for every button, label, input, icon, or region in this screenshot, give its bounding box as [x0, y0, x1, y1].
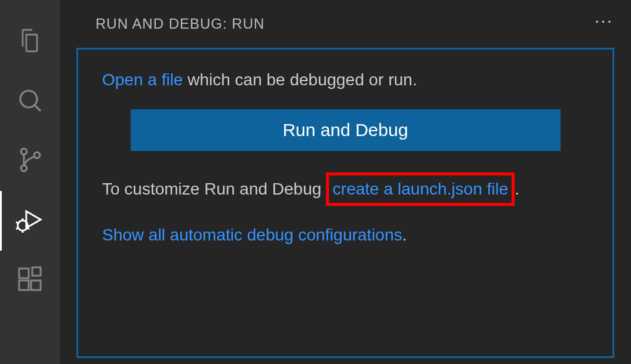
open-file-link[interactable]: Open a file [102, 70, 183, 89]
svg-rect-15 [32, 267, 41, 276]
svg-point-0 [20, 91, 37, 107]
activity-bar [0, 0, 60, 364]
svg-point-4 [34, 152, 40, 158]
customize-period: . [515, 180, 519, 198]
open-file-tail: which can be debugged or run. [183, 70, 417, 89]
run-and-debug-icon [16, 205, 44, 236]
svg-line-1 [35, 105, 41, 111]
svg-line-10 [16, 228, 18, 229]
svg-rect-12 [19, 269, 29, 278]
show-all-period: . [402, 226, 407, 244]
show-all-configs-link[interactable]: Show all automatic debug configurations [102, 226, 402, 244]
customize-lead: To customize Run and Debug [102, 180, 326, 198]
show-all-line: Show all automatic debug configurations. [102, 223, 589, 248]
activity-extensions[interactable] [0, 251, 60, 310]
customize-line: To customize Run and Debug create a laun… [102, 172, 589, 206]
run-button-wrap: Run and Debug [102, 109, 589, 151]
open-file-line: Open a file which can be debugged or run… [102, 67, 589, 92]
extensions-icon [16, 265, 44, 296]
search-icon [16, 86, 44, 117]
more-actions-button[interactable]: ··· [595, 11, 613, 36]
source-control-icon [16, 146, 44, 177]
activity-explorer[interactable] [0, 12, 60, 72]
svg-line-9 [16, 222, 18, 223]
svg-point-2 [21, 149, 27, 155]
panel-title: RUN AND DEBUG: RUN [96, 16, 264, 32]
panel-body: Open a file which can be debugged or run… [76, 48, 614, 358]
svg-rect-14 [31, 280, 41, 290]
svg-point-3 [21, 165, 27, 171]
svg-line-11 [27, 228, 29, 229]
create-launch-json-link[interactable]: create a launch.json file [326, 172, 515, 206]
activity-run-and-debug[interactable] [0, 191, 60, 251]
activity-search[interactable] [0, 72, 60, 131]
activity-source-control[interactable] [0, 131, 60, 191]
panel-header: RUN AND DEBUG: RUN ··· [60, 0, 631, 48]
app-root: RUN AND DEBUG: RUN ··· Open a file which… [0, 0, 631, 364]
run-and-debug-button[interactable]: Run and Debug [131, 109, 561, 151]
explorer-icon [16, 26, 44, 57]
run-and-debug-panel: RUN AND DEBUG: RUN ··· Open a file which… [60, 0, 631, 364]
svg-rect-13 [19, 280, 29, 290]
